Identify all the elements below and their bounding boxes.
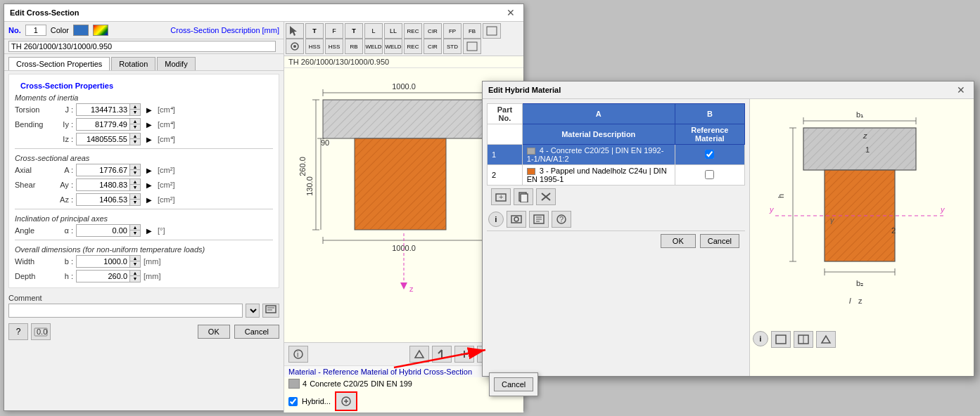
- bending-iz-input[interactable]: ▲ ▼: [76, 133, 141, 145]
- tab-rotation[interactable]: Rotation: [111, 57, 155, 70]
- comment-dropdown[interactable]: [246, 304, 260, 318]
- comment-row: [8, 304, 279, 318]
- depth-down[interactable]: ▼: [130, 276, 140, 282]
- hybrid-dialog-close[interactable]: ✕: [954, 84, 968, 96]
- info-icon-button[interactable]: 0.00: [31, 323, 51, 340]
- help-icon-button[interactable]: ?: [8, 323, 28, 340]
- axial-arrow[interactable]: ▶: [144, 164, 155, 176]
- depth-input[interactable]: ▲ ▼: [76, 270, 141, 282]
- iz-down[interactable]: ▼: [130, 139, 140, 145]
- iz-up[interactable]: ▲: [130, 134, 140, 139]
- tab-modify[interactable]: Modify: [157, 57, 195, 70]
- preview-info-btn[interactable]: i: [753, 331, 768, 346]
- color-picker-button[interactable]: [93, 25, 108, 36]
- row1-ref[interactable]: [675, 145, 744, 165]
- width-up[interactable]: ▲: [130, 256, 140, 261]
- cs-description-input[interactable]: [8, 41, 276, 52]
- az-down[interactable]: ▼: [130, 200, 140, 205]
- small-cancel-button[interactable]: Cancel: [494, 377, 533, 391]
- table-row[interactable]: 2 3 - Pappel und Nadelholz C24u | DIN EN…: [488, 165, 745, 186]
- tb-std-btn[interactable]: STD: [443, 39, 462, 54]
- tb-extra2-btn[interactable]: [463, 39, 481, 54]
- table-row[interactable]: 1 4 - Concrete C20/25 | DIN EN 1992-1-1/…: [488, 145, 745, 165]
- color-swatch[interactable]: [73, 25, 89, 36]
- right-toolbar: T F T L LL REC CIR FP FB: [284, 22, 523, 56]
- tb-l-btn[interactable]: L: [364, 23, 383, 39]
- angle-arrow[interactable]: ▶: [144, 225, 155, 236]
- tb-cir-btn[interactable]: CIR: [424, 23, 442, 39]
- tb-extra-btn[interactable]: [483, 23, 501, 39]
- comment-input[interactable]: [8, 304, 243, 318]
- hybrid-help-btn[interactable]: ?: [552, 211, 571, 228]
- hybrid-checkbox[interactable]: [288, 397, 298, 406]
- tb-settings-btn[interactable]: [286, 39, 304, 54]
- torsion-input[interactable]: ▲ ▼: [76, 103, 141, 116]
- comment-action-button[interactable]: [262, 304, 279, 318]
- row2-ref[interactable]: [675, 165, 744, 186]
- az-arrow[interactable]: ▶: [144, 194, 155, 205]
- width-input[interactable]: ▲ ▼: [76, 255, 141, 268]
- tb-hss2-btn[interactable]: HSS: [325, 39, 343, 54]
- torsion-down[interactable]: ▼: [130, 110, 140, 115]
- hybrid-export-btn[interactable]: [529, 211, 549, 228]
- tb-cir2-btn[interactable]: CIR: [424, 39, 442, 54]
- canvas-btn-3[interactable]: [454, 346, 474, 363]
- main-dialog-close-button[interactable]: ✕: [504, 7, 518, 18]
- angle-up[interactable]: ▲: [130, 225, 140, 230]
- hybrid-ok-button[interactable]: OK: [661, 234, 696, 248]
- tab-cross-section-properties[interactable]: Cross-Section Properties: [8, 57, 110, 70]
- tb-hss-btn[interactable]: HSS: [305, 39, 324, 54]
- hybrid-copy-btn[interactable]: [514, 188, 533, 205]
- shear-ay-input[interactable]: ▲ ▼: [76, 178, 141, 191]
- tb-t-btn[interactable]: T: [305, 23, 324, 39]
- bending-iy-input[interactable]: ▲ ▼: [76, 118, 141, 131]
- width-down[interactable]: ▼: [130, 261, 140, 267]
- tb-rec-btn[interactable]: REC: [404, 23, 422, 39]
- canvas-btn-1[interactable]: [409, 346, 429, 363]
- tb-fp-btn[interactable]: FP: [443, 23, 462, 39]
- comment-label: Comment: [8, 294, 279, 302]
- ay-down[interactable]: ▼: [130, 185, 140, 190]
- ay-up[interactable]: ▲: [130, 179, 140, 185]
- tb-select-btn[interactable]: [286, 23, 304, 39]
- torsion-up[interactable]: ▲: [130, 104, 140, 110]
- angle-input[interactable]: ▲ ▼: [76, 224, 141, 237]
- row1-ref-checkbox[interactable]: [705, 150, 714, 159]
- shear-az-input[interactable]: ▲ ▼: [76, 193, 141, 206]
- tb-ll-btn[interactable]: LL: [384, 23, 402, 39]
- hybrid-cancel-button[interactable]: Cancel: [700, 234, 739, 248]
- hybrid-edit-button[interactable]: [336, 393, 356, 410]
- axial-input[interactable]: ▲ ▼: [76, 164, 141, 176]
- hybrid-add-btn[interactable]: +: [491, 188, 511, 205]
- preview-btn-1[interactable]: [771, 331, 791, 348]
- row2-ref-checkbox[interactable]: [705, 170, 714, 179]
- iy-arrow[interactable]: ▶: [144, 119, 155, 130]
- hybrid-delete-btn[interactable]: [536, 188, 556, 205]
- angle-down[interactable]: ▼: [130, 230, 140, 236]
- cs-areas-label: Cross-sectional areas: [15, 152, 273, 164]
- depth-up[interactable]: ▲: [130, 271, 140, 276]
- tb-weld-btn[interactable]: WELD: [364, 39, 383, 54]
- tb-rb-btn[interactable]: RB: [345, 39, 363, 54]
- torsion-arrow[interactable]: ▶: [144, 104, 155, 115]
- axial-down[interactable]: ▼: [130, 170, 140, 176]
- az-up[interactable]: ▲: [130, 194, 140, 200]
- tb-f-btn[interactable]: F: [325, 23, 343, 39]
- hybrid-screenshot-btn[interactable]: [507, 211, 526, 228]
- ay-arrow[interactable]: ▶: [144, 179, 155, 190]
- iz-arrow[interactable]: ▶: [144, 134, 155, 145]
- canvas-info-btn[interactable]: i: [288, 346, 308, 363]
- tb-rec2-btn[interactable]: REC: [404, 39, 422, 54]
- main-cancel-button[interactable]: Cancel: [234, 325, 279, 339]
- canvas-btn-2[interactable]: [432, 346, 452, 363]
- iy-down[interactable]: ▼: [130, 124, 140, 130]
- preview-btn-3[interactable]: [816, 331, 836, 348]
- tb-weld2-btn[interactable]: WELD: [384, 39, 402, 54]
- tb-t2-btn[interactable]: T: [345, 23, 363, 39]
- main-ok-button[interactable]: OK: [198, 325, 230, 339]
- preview-btn-2[interactable]: [794, 331, 813, 348]
- iy-up[interactable]: ▲: [130, 119, 140, 124]
- tb-fb-btn[interactable]: FB: [463, 23, 481, 39]
- hybrid-info-btn[interactable]: i: [488, 212, 504, 227]
- axial-up[interactable]: ▲: [130, 164, 140, 170]
